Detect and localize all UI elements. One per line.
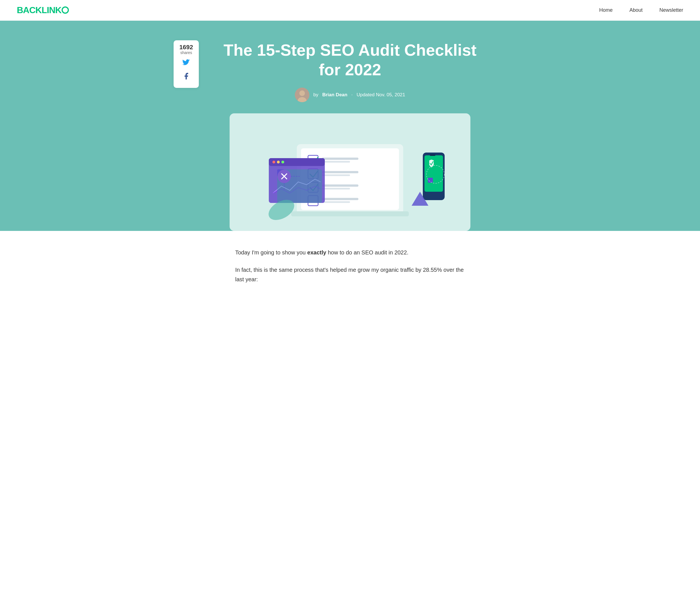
svg-rect-14 — [322, 188, 350, 189]
share-count: 1692 — [179, 44, 194, 50]
svg-point-21 — [277, 161, 280, 163]
share-label: shares — [179, 50, 194, 55]
site-logo[interactable]: BACKLINK — [17, 5, 69, 16]
logo-o-icon — [61, 6, 69, 14]
logo-text: BACKLINK — [17, 5, 61, 16]
site-header: BACKLINK Home About Newsletter — [0, 0, 700, 21]
second-paragraph: In fact, this is the same process that's… — [235, 265, 465, 284]
intro-paragraph: Today I'm going to show you exactly how … — [235, 248, 465, 257]
hero-illustration — [230, 113, 470, 231]
nav-about[interactable]: About — [629, 7, 643, 13]
svg-rect-10 — [322, 171, 358, 173]
author-separator: · — [351, 92, 353, 98]
nav-newsletter[interactable]: Newsletter — [659, 7, 683, 13]
svg-rect-8 — [322, 161, 350, 163]
author-avatar — [295, 87, 309, 102]
svg-rect-11 — [322, 174, 350, 176]
updated-date: Updated Nov. 05, 2021 — [356, 92, 405, 98]
author-name: Brian Dean — [322, 92, 348, 98]
svg-point-20 — [272, 161, 275, 163]
svg-rect-33 — [430, 154, 435, 156]
author-prefix: by — [313, 92, 318, 98]
main-nav: Home About Newsletter — [599, 7, 683, 13]
svg-rect-32 — [428, 178, 433, 183]
svg-rect-7 — [322, 158, 358, 160]
svg-rect-4 — [291, 211, 409, 216]
svg-point-22 — [281, 161, 284, 163]
share-widget: 1692 shares — [174, 40, 199, 88]
hero-section: 1692 shares The 15-Step SEO Audit Checkl… — [0, 21, 700, 231]
hero-title: The 15-Step SEO Audit Checklist for 2022 — [196, 37, 504, 87]
content-section: Today I'm going to show you exactly how … — [224, 231, 476, 309]
facebook-share-button[interactable] — [181, 71, 191, 81]
twitter-share-button[interactable] — [181, 58, 191, 68]
svg-rect-16 — [322, 198, 358, 200]
svg-rect-13 — [322, 184, 358, 187]
author-line: by Brian Dean · Updated Nov. 05, 2021 — [196, 87, 504, 102]
svg-point-1 — [299, 90, 305, 96]
nav-home[interactable]: Home — [599, 7, 612, 13]
svg-rect-17 — [322, 201, 350, 203]
